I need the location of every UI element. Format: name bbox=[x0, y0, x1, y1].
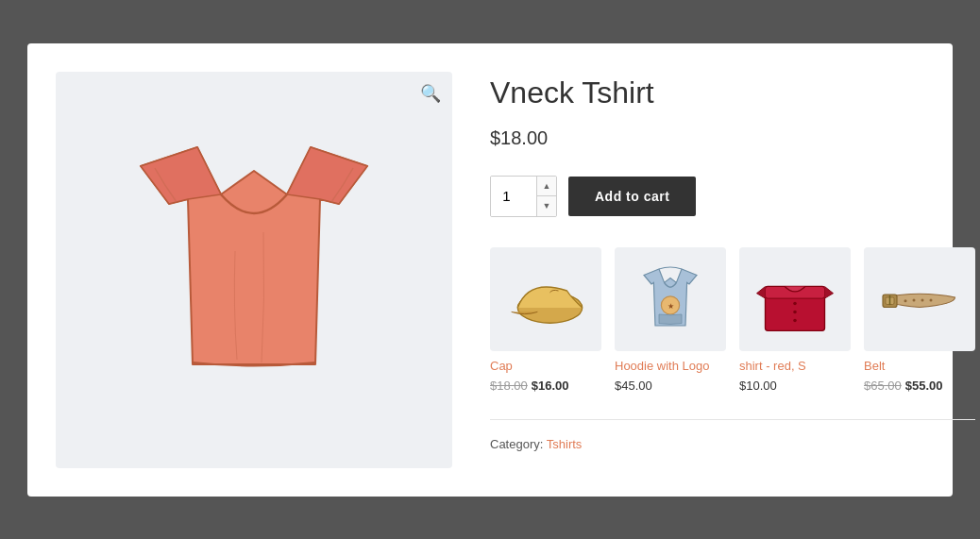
svg-point-10 bbox=[904, 299, 907, 302]
related-item-belt[interactable]: Belt $65.00$55.00 bbox=[864, 247, 975, 393]
product-image-container: 🔍 bbox=[56, 72, 452, 468]
related-price-belt: $65.00$55.00 bbox=[864, 379, 975, 393]
shirt-icon bbox=[752, 261, 837, 338]
quantity-control: ▲ ▼ bbox=[490, 176, 557, 217]
related-price-new-belt: $55.00 bbox=[905, 379, 943, 393]
related-item-hoodie[interactable]: ★ Hoodie with Logo $45.00 bbox=[615, 247, 726, 393]
add-to-cart-row: ▲ ▼ Add to cart bbox=[490, 176, 975, 217]
related-thumb-shirt bbox=[739, 247, 851, 351]
svg-point-6 bbox=[793, 310, 797, 313]
product-details: Vneck Tshirt $18.00 ▲ ▼ Add to cart bbox=[490, 72, 975, 468]
category-label: Category: bbox=[490, 437, 543, 451]
related-price-new-cap: $16.00 bbox=[532, 379, 569, 393]
related-price-old-cap: $18.00 bbox=[490, 379, 528, 393]
category-link[interactable]: Tshirts bbox=[547, 437, 583, 451]
svg-point-7 bbox=[793, 318, 797, 322]
related-item-shirt[interactable]: shirt - red, S $10.00 bbox=[739, 247, 851, 393]
product-image bbox=[112, 119, 396, 421]
quantity-arrows: ▲ ▼ bbox=[536, 177, 556, 216]
svg-point-5 bbox=[793, 301, 797, 305]
belt-icon bbox=[877, 273, 962, 325]
product-price: $18.00 bbox=[490, 127, 975, 149]
related-price-old-belt: $65.00 bbox=[864, 379, 902, 393]
hoodie-icon: ★ bbox=[633, 261, 708, 337]
related-products: Cap $18.00$16.00 ★ bbox=[490, 247, 975, 393]
zoom-icon[interactable]: 🔍 bbox=[420, 83, 441, 104]
related-thumb-hoodie: ★ bbox=[615, 247, 726, 351]
svg-point-11 bbox=[913, 299, 916, 302]
svg-text:★: ★ bbox=[667, 302, 674, 311]
product-card: 🔍 Vneck Tshirt $18.00 bbox=[27, 43, 953, 497]
product-title: Vneck Tshirt bbox=[490, 76, 975, 110]
related-name-shirt[interactable]: shirt - red, S bbox=[739, 359, 851, 373]
related-price-val-shirt: $10.00 bbox=[739, 379, 777, 393]
add-to-cart-button[interactable]: Add to cart bbox=[568, 177, 696, 216]
related-price-cap: $18.00$16.00 bbox=[490, 379, 601, 393]
related-item-cap[interactable]: Cap $18.00$16.00 bbox=[490, 247, 601, 393]
related-thumb-belt bbox=[864, 247, 975, 351]
related-name-belt[interactable]: Belt bbox=[864, 359, 975, 373]
related-price-shirt: $10.00 bbox=[739, 379, 851, 393]
svg-point-13 bbox=[930, 299, 933, 302]
category-line: Category: Tshirts bbox=[490, 419, 975, 451]
related-price-val-hoodie: $45.00 bbox=[615, 379, 652, 393]
cap-icon bbox=[503, 265, 588, 333]
related-name-cap[interactable]: Cap bbox=[490, 359, 601, 373]
quantity-up[interactable]: ▲ bbox=[537, 177, 556, 197]
related-price-hoodie: $45.00 bbox=[615, 379, 726, 393]
svg-point-12 bbox=[921, 299, 924, 302]
quantity-down[interactable]: ▼ bbox=[537, 196, 556, 216]
related-thumb-cap bbox=[490, 247, 601, 351]
related-name-hoodie[interactable]: Hoodie with Logo bbox=[615, 359, 726, 373]
quantity-input[interactable] bbox=[491, 177, 536, 216]
